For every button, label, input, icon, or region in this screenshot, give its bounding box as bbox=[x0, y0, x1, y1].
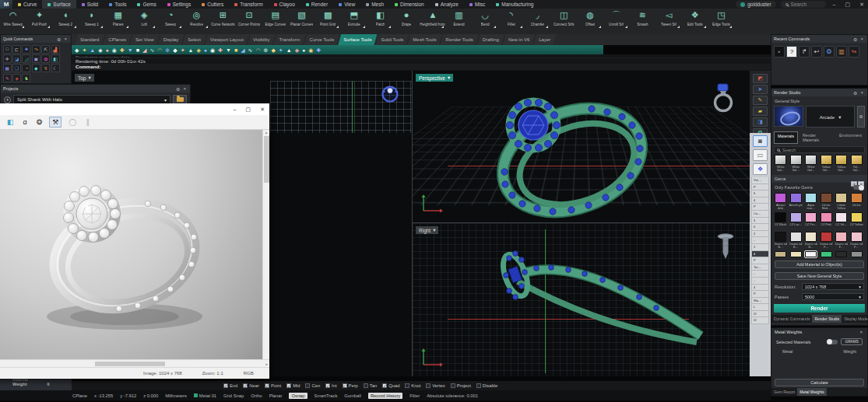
render-tool-icon[interactable]: ∥ bbox=[83, 117, 92, 127]
command-prompt[interactable]: Command: bbox=[72, 64, 771, 70]
render-window-titlebar[interactable]: – ▢ ✕ bbox=[0, 103, 269, 115]
property-row[interactable]: Tar… bbox=[751, 264, 769, 271]
quick-command-icon[interactable]: ▟ bbox=[51, 45, 60, 54]
gear-icon[interactable]: ⚙ bbox=[852, 37, 859, 42]
gem-tile-partial[interactable] bbox=[835, 251, 847, 257]
resolution-select[interactable]: 1024 x 768▾ bbox=[802, 283, 864, 290]
strip-tool-icon[interactable]: ▲ bbox=[286, 47, 292, 53]
property-row[interactable]: .. bbox=[751, 271, 769, 278]
ribbon-sweep-2[interactable]: ◖Sweep 2 bbox=[52, 9, 79, 34]
side-tool-icon[interactable]: ◨ bbox=[753, 117, 768, 127]
material-tile[interactable]: Citrine Yellow bbox=[834, 193, 849, 211]
osnap-vertex[interactable]: Vertex bbox=[426, 383, 445, 388]
gem-tile-partial[interactable] bbox=[821, 251, 832, 257]
tab-cplanes[interactable]: CPlanes bbox=[103, 34, 132, 45]
coord-y[interactable]: y -7.912 bbox=[120, 393, 136, 398]
minimize-button[interactable]: – bbox=[831, 2, 838, 7]
ribbon-edge-tools[interactable]: ◳Edge Tools bbox=[708, 9, 735, 34]
tab-surface-tools[interactable]: Surface Tools bbox=[338, 34, 377, 45]
tab-visibility[interactable]: Visibility bbox=[248, 34, 276, 45]
strip-tool-icon[interactable]: ● bbox=[106, 47, 109, 53]
strip-tool-icon[interactable]: ◆ bbox=[271, 47, 275, 53]
material-tile[interactable]: Ameth yst bbox=[789, 193, 804, 211]
tab-drafting[interactable]: Drafting bbox=[477, 34, 504, 45]
ribbon-corner-points[interactable]: ⊡Corner Points bbox=[236, 9, 262, 34]
menu-clayoo[interactable]: Clayoo bbox=[269, 0, 300, 9]
strip-tool-icon[interactable]: ◠ bbox=[157, 47, 162, 53]
property-row[interactable]: 2 bbox=[751, 231, 769, 238]
material-tile[interactable]: Diamo nd B… bbox=[773, 232, 789, 250]
property-row[interactable]: 5 bbox=[751, 191, 769, 198]
material-tile[interactable]: CZ Pink bbox=[819, 212, 835, 230]
passes-select[interactable]: 5000▾ bbox=[802, 293, 864, 300]
strip-tool-icon[interactable]: ▼ bbox=[226, 47, 231, 53]
tab-select[interactable]: Select bbox=[182, 34, 206, 45]
tab-curve-tools[interactable]: Curve Tools bbox=[304, 34, 340, 45]
menu-misc[interactable]: Misc bbox=[464, 0, 490, 9]
menu-curve[interactable]: Curve bbox=[12, 0, 42, 9]
recent-command-icon[interactable]: ▥ bbox=[836, 46, 847, 58]
render-tool-icon[interactable]: ❂ bbox=[34, 117, 45, 127]
strip-tool-icon[interactable]: ✚ bbox=[218, 47, 223, 53]
close-icon[interactable]: × bbox=[858, 330, 864, 334]
ribbon-patch[interactable]: ◧Patch bbox=[367, 9, 394, 34]
vertical-scrollbar[interactable]: ▴ bbox=[262, 130, 269, 359]
toggle-record-history[interactable]: Record History bbox=[368, 393, 402, 399]
gear-icon[interactable]: ⚙ bbox=[174, 86, 181, 92]
menu-surface[interactable]: Surface bbox=[42, 0, 76, 9]
quick-command-icon[interactable]: ✛ bbox=[3, 54, 12, 63]
viewport-perspective[interactable]: Perspective▾ bbox=[413, 71, 750, 222]
style-settings-button[interactable]: ⚙ bbox=[857, 106, 865, 128]
search-input[interactable]: Search bbox=[781, 1, 826, 8]
close-icon[interactable]: × bbox=[62, 37, 69, 41]
cplane[interactable]: CPlane bbox=[72, 393, 87, 398]
minimize-icon[interactable]: – bbox=[234, 107, 237, 112]
strip-tool-icon[interactable]: ◠ bbox=[255, 47, 260, 53]
strip-tool-icon[interactable]: ∿ bbox=[149, 47, 154, 53]
material-tile[interactable]: CZ Yel… bbox=[834, 212, 849, 230]
studio-tab-materials[interactable]: Materials bbox=[774, 131, 798, 144]
strip-tool-icon[interactable]: ◢ bbox=[241, 47, 244, 53]
toggle-absolute-tolerance-0-001[interactable]: Absolute tolerance: 0.001 bbox=[427, 393, 478, 398]
osnap-point[interactable]: ✓Point bbox=[265, 383, 281, 388]
strip-tool-icon[interactable]: ⊕ bbox=[264, 47, 269, 53]
toggle-filter[interactable]: Filter bbox=[409, 393, 420, 398]
gear-icon[interactable]: ⚙ bbox=[852, 90, 859, 96]
menu-manufacturing[interactable]: Manufacturing bbox=[490, 0, 539, 9]
strip-tool-icon[interactable]: ◉ bbox=[112, 47, 117, 53]
side-tool-icon[interactable]: ◩ bbox=[753, 74, 768, 83]
material-tile[interactable]: Alexan drite bbox=[773, 193, 789, 211]
material-tile[interactable]: CZ Pin… bbox=[803, 212, 819, 230]
material-tile[interactable]: White Gol… bbox=[803, 155, 819, 173]
toggle-ortho[interactable]: Ortho bbox=[251, 393, 262, 398]
render-tool-icon[interactable]: ◯ bbox=[66, 117, 79, 127]
gear-icon[interactable]: ⚙ bbox=[55, 37, 62, 42]
osnap-int[interactable]: ✓Int bbox=[325, 383, 336, 388]
quick-command-icon[interactable]: □ bbox=[3, 45, 12, 54]
quick-command-icon[interactable]: ☾ bbox=[51, 64, 60, 72]
ribbon-loft[interactable]: ◈Loft bbox=[131, 9, 157, 34]
osnap-quad[interactable]: ✓Quad bbox=[382, 383, 399, 388]
quick-command-icon[interactable]: ❏ bbox=[12, 64, 21, 72]
tab-display[interactable]: Display bbox=[158, 34, 184, 45]
quick-command-icon[interactable]: ◔ bbox=[22, 64, 30, 72]
menu-gems[interactable]: Gems bbox=[132, 0, 161, 9]
strip-tool-icon[interactable]: ✦ bbox=[181, 47, 185, 53]
osnap-perp[interactable]: ✓Perp bbox=[343, 383, 358, 388]
osnap-knot[interactable]: Knot bbox=[405, 383, 420, 388]
ribbon-connect-srfs[interactable]: ◫Connect Srfs bbox=[550, 9, 577, 34]
menu-solid[interactable]: Solid bbox=[76, 0, 104, 9]
materials-search-input[interactable]: Search bbox=[774, 146, 865, 153]
material-tile[interactable]: CZ Black bbox=[773, 212, 789, 230]
gem-tile-partial[interactable] bbox=[805, 251, 817, 257]
gem-tile-partial[interactable] bbox=[775, 251, 786, 257]
property-row[interactable]: 4 bbox=[751, 198, 769, 204]
ribbon-smash[interactable]: ≋Smash bbox=[630, 9, 656, 34]
studio-tab-render-materials[interactable]: Render Materials bbox=[799, 131, 835, 144]
close-icon[interactable]: × bbox=[859, 90, 865, 95]
ribbon-sweep[interactable]: ◔Sweep bbox=[157, 9, 184, 34]
quick-command-icon[interactable]: ✿ bbox=[41, 54, 50, 63]
ribbon-planes[interactable]: ▦Planes bbox=[105, 9, 132, 34]
side-mode-icon[interactable]: ❖ bbox=[753, 163, 768, 175]
add-project-button[interactable]: + bbox=[4, 96, 11, 103]
